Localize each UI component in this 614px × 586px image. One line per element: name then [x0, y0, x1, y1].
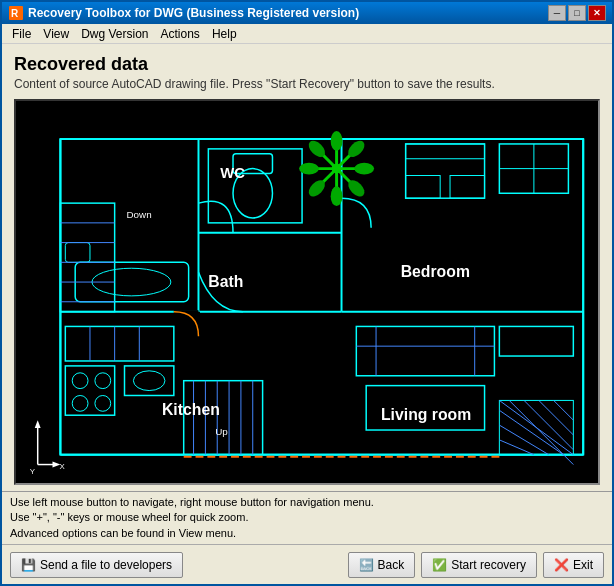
app-icon: R	[8, 5, 24, 21]
menu-actions[interactable]: Actions	[155, 26, 206, 42]
back-label: Back	[378, 558, 405, 572]
svg-point-74	[299, 163, 319, 175]
kitchen-label: Kitchen	[162, 401, 220, 418]
svg-point-70	[332, 164, 342, 174]
window-title: Recovery Toolbox for DWG (Business Regis…	[28, 6, 548, 20]
window-controls: ─ □ ✕	[548, 5, 606, 21]
svg-point-73	[331, 186, 343, 206]
page-title: Recovered data	[14, 54, 600, 75]
status-line-3: Advanced options can be found in View me…	[10, 526, 604, 541]
menu-bar: File View Dwg Version Actions Help	[2, 24, 612, 44]
svg-text:R: R	[11, 8, 19, 19]
bedroom-label: Bedroom	[401, 263, 470, 280]
svg-point-71	[331, 131, 343, 151]
send-file-button[interactable]: 💾 Send a file to developers	[10, 552, 183, 578]
living-room-label: Living room	[381, 406, 471, 423]
title-bar: R Recovery Toolbox for DWG (Business Reg…	[2, 2, 612, 24]
start-recovery-label: Start recovery	[451, 558, 526, 572]
minimize-button[interactable]: ─	[548, 5, 566, 21]
send-file-icon: 💾	[21, 558, 36, 572]
status-line-1: Use left mouse button to navigate, right…	[10, 495, 604, 510]
wc-label: WC	[220, 165, 245, 181]
menu-dwg-version[interactable]: Dwg Version	[75, 26, 154, 42]
start-recovery-button[interactable]: ✅ Start recovery	[421, 552, 537, 578]
down-label: Down	[126, 209, 151, 220]
svg-text:Y: Y	[30, 467, 36, 476]
cad-viewport[interactable]: Y X WC Bath Bedroom Kitchen Living room …	[14, 99, 600, 485]
svg-text:X: X	[59, 462, 65, 471]
send-file-label: Send a file to developers	[40, 558, 172, 572]
svg-point-72	[354, 163, 374, 175]
start-recovery-icon: ✅	[432, 558, 447, 572]
back-button[interactable]: 🔙 Back	[348, 552, 416, 578]
exit-button[interactable]: ❌ Exit	[543, 552, 604, 578]
right-buttons: 🔙 Back ✅ Start recovery ❌ Exit	[348, 552, 604, 578]
page-subtitle: Content of source AutoCAD drawing file. …	[14, 77, 600, 91]
back-icon: 🔙	[359, 558, 374, 572]
button-bar: 💾 Send a file to developers 🔙 Back ✅ Sta…	[2, 544, 612, 584]
menu-help[interactable]: Help	[206, 26, 243, 42]
main-window: R Recovery Toolbox for DWG (Business Reg…	[0, 0, 614, 586]
close-button[interactable]: ✕	[588, 5, 606, 21]
bath-label: Bath	[208, 273, 243, 290]
main-content: Recovered data Content of source AutoCAD…	[2, 44, 612, 491]
menu-view[interactable]: View	[37, 26, 75, 42]
status-line-2: Use "+", "-" keys or mouse wheel for qui…	[10, 510, 604, 525]
exit-icon: ❌	[554, 558, 569, 572]
status-bar: Use left mouse button to navigate, right…	[2, 491, 612, 544]
up-label: Up	[215, 426, 228, 437]
maximize-button[interactable]: □	[568, 5, 586, 21]
exit-label: Exit	[573, 558, 593, 572]
menu-file[interactable]: File	[6, 26, 37, 42]
